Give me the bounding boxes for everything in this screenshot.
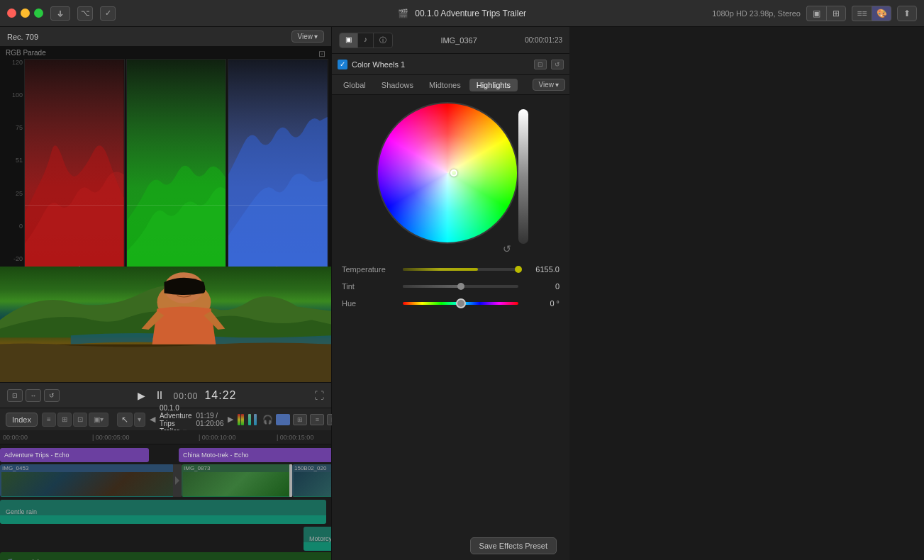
purple-track-1[interactable]: Adventure Trips - Echo <box>0 448 149 462</box>
color-view-btn[interactable]: View ▾ <box>533 79 566 91</box>
main-video-track: IMG_0453 IMG_0873 150B02_020 <box>0 464 331 498</box>
main-container: Rec. 709 View ▾ RGB Parade ⊡ 120 100 75 … <box>0 27 924 560</box>
preview-area <box>0 267 331 382</box>
brightness-slider[interactable] <box>518 109 528 244</box>
list-view-icon[interactable]: ≡ <box>42 413 56 427</box>
transition-arrow-1 <box>175 476 179 485</box>
green-channel: Green <box>126 59 227 275</box>
tint-value: 0 <box>523 282 560 291</box>
tab-shadows[interactable]: Shadows <box>374 79 421 91</box>
color-reset-icon[interactable]: ↺ <box>551 60 564 69</box>
stop-btn[interactable]: ⏸ <box>154 389 165 402</box>
tab-global[interactable]: Global <box>336 79 373 91</box>
chevron-down-icon: ▾ <box>314 33 318 40</box>
gap-marker-1 <box>289 464 292 497</box>
temperature-thumb[interactable] <box>515 266 522 273</box>
zoom-icon[interactable]: ↔ <box>26 389 41 402</box>
clip-layout-btn[interactable]: ⊞ <box>293 414 307 425</box>
motorcycle-waveform <box>304 542 331 551</box>
view-mode-group: ▣ ⊞ <box>806 6 846 21</box>
index-btn[interactable]: Index <box>6 413 38 427</box>
tab-midtones[interactable]: Midtones <box>422 79 468 91</box>
temperature-value: 6155.0 <box>523 265 560 274</box>
inspector-timecode: 00:00:01:23 <box>525 36 562 44</box>
tab-highlights[interactable]: Highlights <box>469 79 518 91</box>
title-bar-left: ⌥ ✓ <box>50 6 116 21</box>
skimmer-icon[interactable]: ↺ <box>44 389 60 402</box>
close-button[interactable] <box>7 9 16 18</box>
minimize-button[interactable] <box>21 9 30 18</box>
color-enable-checkbox[interactable]: ✓ <box>338 60 347 69</box>
temperature-row: Temperature 6155.0 <box>339 261 562 278</box>
meter-bar-l <box>238 414 240 425</box>
scope-area: RGB Parade ⊡ 120 100 75 51 25 0 -20 <box>0 47 331 267</box>
hue-thumb[interactable] <box>456 298 466 308</box>
color-wheels-header: ✓ Color Wheels 1 ⊡ ↺ <box>332 54 569 75</box>
clip-img0873[interactable]: IMG_0873 <box>182 464 291 497</box>
color-tool-btn[interactable]: 🎨 <box>872 6 891 21</box>
save-effects-preset-btn[interactable]: Save Effects Preset <box>470 537 557 554</box>
transport-center: ▶ ⏸ 00:00 14:22 <box>65 389 308 402</box>
hue-label: Hue <box>342 299 399 308</box>
download-icon[interactable] <box>50 6 70 21</box>
grid-view-btn[interactable]: ⊞ <box>826 6 846 21</box>
save-btn-container: Save Effects Preset <box>339 532 562 560</box>
color-tabs: Global Shadows Midtones Highlights View … <box>332 75 569 95</box>
nav-left-icon[interactable]: ◀ <box>150 413 155 427</box>
scope-header: Rec. 709 View ▾ <box>0 27 331 47</box>
inspector-video-btn[interactable]: ▣ <box>340 33 358 47</box>
timeline-ruler: 00:00:00 | 00:00:05:00 | 00:00:10:00 | 0… <box>0 430 331 444</box>
audio-wave-1 <box>0 496 174 497</box>
hue-track[interactable] <box>403 302 518 305</box>
y-axis: 120 100 75 51 25 0 -20 <box>3 59 23 275</box>
temperature-track[interactable] <box>403 268 518 271</box>
clip-trim-icon[interactable]: ⊡ <box>7 389 23 402</box>
timeline-color-btn[interactable] <box>276 414 290 425</box>
video-info: 1080p HD 23.98p, Stereo <box>712 9 801 18</box>
clip-150b02020[interactable]: 150B02_020 <box>292 464 331 497</box>
fullscreen-icon[interactable]: ⛶ <box>314 390 324 401</box>
wheel-white-center <box>378 103 517 242</box>
tool-chevron-icon[interactable]: ▾ <box>134 413 145 427</box>
clip-img0453[interactable]: IMG_0453 <box>0 464 174 497</box>
audio-track-motorcycle[interactable]: Motorcycle <box>304 527 331 551</box>
check-icon[interactable]: ✓ <box>100 6 116 21</box>
video-icon: 🎬 <box>398 9 408 18</box>
audio-lane-btn[interactable]: ≡ <box>310 414 324 425</box>
tint-fill <box>403 285 461 288</box>
tint-label: Tint <box>342 282 399 291</box>
key-icon[interactable]: ⌥ <box>77 6 93 21</box>
clip-height-icon[interactable]: ▣▾ <box>89 413 108 427</box>
reset-wheel-btn[interactable]: ↺ <box>503 243 511 254</box>
color-save-icon[interactable]: ⊡ <box>534 60 547 69</box>
audio-track-music[interactable]: 🎵 Travel theme v.2 <box>0 552 331 560</box>
fullscreen-button[interactable] <box>34 9 43 18</box>
title-bar-right: 1080p HD 23.98p, Stereo ▣ ⊞ ≡≡ 🎨 ⬆ <box>712 6 917 21</box>
tint-track[interactable] <box>403 285 518 288</box>
headphone-icon[interactable]: 🎧 <box>262 415 273 425</box>
nav-right-icon[interactable]: ▶ <box>228 413 233 427</box>
wheel-indicator <box>450 169 457 177</box>
single-view-btn[interactable]: ▣ <box>806 6 826 21</box>
purple-track-2[interactable]: China Moto-trek - Echo <box>179 448 331 462</box>
play-btn[interactable]: ▶ <box>138 390 145 401</box>
landscape-svg <box>0 267 331 382</box>
inspector-info-btn[interactable]: ⓘ <box>374 33 392 47</box>
audio-track-gentle-rain[interactable]: Gentle rain <box>0 500 326 524</box>
scope-title: Rec. 709 <box>7 33 38 41</box>
color-wheel[interactable] <box>377 102 518 244</box>
scope-save-icon[interactable]: ⊡ <box>318 49 325 59</box>
arrow-tool-icon[interactable]: ↖ <box>117 413 133 427</box>
view-chevron-icon: ▾ <box>555 81 559 89</box>
filmstrip-icon[interactable]: ⊡ <box>73 413 87 427</box>
tint-thumb[interactable] <box>457 283 464 290</box>
hue-row: Hue 0 ° <box>339 295 562 312</box>
tile-view-icon[interactable]: ⊞ <box>57 413 72 427</box>
inspector-audio-btn[interactable]: ♪ <box>358 33 374 47</box>
share-btn[interactable]: ⬆ <box>897 6 917 21</box>
timeline-view-btns: ≡ ⊞ ⊡ ▣▾ <box>42 413 108 427</box>
scope-view-btn[interactable]: View ▾ <box>291 30 325 43</box>
audio-tool-btn[interactable]: ≡≡ <box>852 6 872 21</box>
color-wheel-area: ↺ Temperature 6155.0 Tint <box>332 95 569 560</box>
timeline-timecode: 01:19 / 01:20:06 <box>196 412 224 427</box>
